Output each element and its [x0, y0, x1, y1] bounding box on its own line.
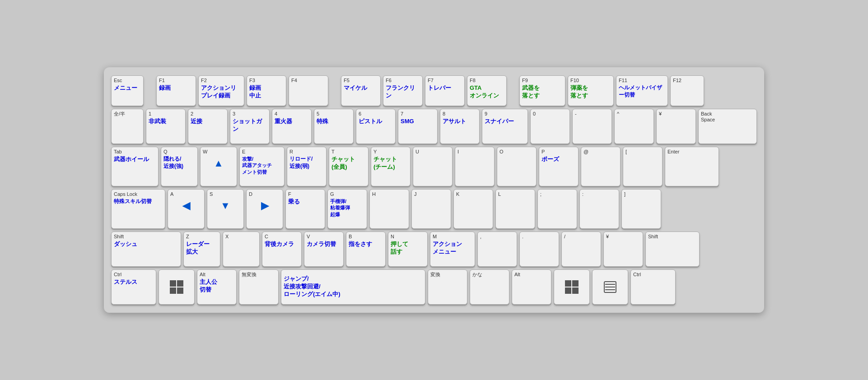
- key-f1[interactable]: F1 録画: [156, 75, 196, 106]
- svg-rect-7: [572, 287, 579, 294]
- key-r[interactable]: R リロード/近接(弱): [287, 147, 327, 186]
- key-ctrl-left[interactable]: Ctrl ステルス: [111, 269, 156, 305]
- key-e[interactable]: E 攻撃/武器アタッチメント切替: [239, 147, 285, 186]
- key-j[interactable]: J: [411, 189, 451, 229]
- key-0[interactable]: 0: [530, 109, 570, 144]
- key-f12[interactable]: F12: [670, 75, 704, 106]
- key-enter[interactable]: Enter: [665, 147, 719, 186]
- key-slash[interactable]: /: [561, 232, 601, 267]
- key-n[interactable]: N 押して話す: [388, 232, 428, 267]
- key-f2[interactable]: F2 アクションリプレイ録画: [198, 75, 244, 106]
- key-yen2[interactable]: ¥: [603, 232, 643, 267]
- key-f7[interactable]: F7 トレバー: [425, 75, 465, 106]
- key-alt-right[interactable]: Alt: [512, 269, 551, 305]
- key-bracket-left[interactable]: [: [623, 147, 663, 186]
- key-x[interactable]: X: [223, 232, 260, 267]
- key-6[interactable]: 6 ピストル: [356, 109, 396, 144]
- key-i[interactable]: I: [455, 147, 495, 186]
- key-u[interactable]: U: [413, 147, 453, 186]
- key-f6[interactable]: F6 フランクリン: [383, 75, 423, 106]
- key-f[interactable]: F 乗る: [285, 189, 325, 229]
- key-w[interactable]: W ▲: [200, 147, 237, 186]
- key-f5[interactable]: F5 マイケル: [341, 75, 381, 106]
- svg-rect-1: [177, 280, 183, 287]
- key-colon[interactable]: :: [579, 189, 619, 229]
- key-alt-left[interactable]: Alt 主人公切替: [197, 269, 237, 305]
- key-tab[interactable]: Tab 武器ホイール: [111, 147, 159, 186]
- key-a[interactable]: A ◀: [168, 189, 205, 229]
- svg-rect-5: [572, 280, 579, 287]
- key-bracket-right[interactable]: ]: [621, 189, 661, 229]
- key-p[interactable]: P ポーズ: [539, 147, 579, 186]
- svg-rect-6: [565, 287, 571, 294]
- key-semicolon[interactable]: ;: [537, 189, 577, 229]
- key-at[interactable]: @: [581, 147, 621, 186]
- key-8[interactable]: 8 アサルト: [440, 109, 480, 144]
- key-backspace[interactable]: BackSpace: [698, 109, 757, 144]
- bottom-row: Ctrl ステルス Alt 主人公切替 無変換 ジャンプ/近接攻撃回避/ローリン…: [111, 269, 757, 305]
- caps-row: Caps Lock 特殊スキル切替 A ◀ S ▼ D ▶ F 乗る G 手榴弾…: [111, 189, 757, 229]
- key-1[interactable]: 1 非武装: [146, 109, 186, 144]
- key-menu[interactable]: [592, 269, 628, 305]
- key-shift-right[interactable]: Shift: [645, 232, 700, 267]
- key-c[interactable]: C 背後カメラ: [262, 232, 302, 267]
- key-esc[interactable]: Esc メニュー: [111, 75, 144, 106]
- key-t[interactable]: T チャット(全員): [329, 147, 369, 186]
- fn-row: Esc メニュー F1 録画 F2 アクションリプレイ録画 F3 録画中止 F4…: [111, 75, 757, 106]
- svg-rect-3: [177, 287, 183, 294]
- key-f3[interactable]: F3 録画中止: [247, 75, 286, 106]
- key-f4[interactable]: F4: [289, 75, 328, 106]
- key-d[interactable]: D ▶: [246, 189, 283, 229]
- number-row: 全/半 1 非武装 2 近接 3 ショットガン 4 重火器 5 特殊 6 ピスト…: [111, 109, 757, 144]
- key-2[interactable]: 2 近接: [188, 109, 228, 144]
- key-f11[interactable]: F11 ヘルメットバイザー切替: [616, 75, 668, 106]
- key-o[interactable]: O: [497, 147, 537, 186]
- windows-icon-right: [565, 280, 579, 294]
- key-s[interactable]: S ▼: [207, 189, 244, 229]
- key-henkan[interactable]: 変換: [428, 269, 467, 305]
- key-4[interactable]: 4 重火器: [272, 109, 312, 144]
- key-5[interactable]: 5 特殊: [314, 109, 354, 144]
- key-l[interactable]: L: [495, 189, 535, 229]
- key-win-right[interactable]: [554, 269, 590, 305]
- key-m[interactable]: M アクションメニュー: [430, 232, 475, 267]
- key-minus[interactable]: -: [572, 109, 612, 144]
- shift-row: Shift ダッシュ Z レーダー拡大 X C 背後カメラ V カメラ切替 B …: [111, 232, 757, 267]
- svg-rect-2: [170, 287, 176, 294]
- key-f9[interactable]: F9 武器を落とす: [519, 75, 565, 106]
- key-shift-left[interactable]: Shift ダッシュ: [111, 232, 181, 267]
- key-zenkaku[interactable]: 全/半: [111, 109, 144, 144]
- key-h[interactable]: H: [369, 189, 409, 229]
- keyboard: Esc メニュー F1 録画 F2 アクションリプレイ録画 F3 録画中止 F4…: [104, 67, 764, 313]
- key-muhenkan[interactable]: 無変換: [239, 269, 279, 305]
- key-q[interactable]: Q 隠れる/近接(強): [161, 147, 198, 186]
- key-yen[interactable]: ¥: [656, 109, 696, 144]
- key-ctrl-right[interactable]: Ctrl: [630, 269, 676, 305]
- key-win-left[interactable]: [159, 269, 195, 305]
- menu-icon: [603, 281, 617, 293]
- key-caret[interactable]: ^: [614, 109, 654, 144]
- key-comma[interactable]: ,: [477, 232, 517, 267]
- key-f10[interactable]: F10 弾薬を落とす: [568, 75, 614, 106]
- key-z[interactable]: Z レーダー拡大: [183, 232, 220, 267]
- key-kana[interactable]: かな: [470, 269, 509, 305]
- windows-icon: [169, 280, 184, 294]
- key-7[interactable]: 7 SMG: [398, 109, 438, 144]
- key-f8[interactable]: F8 GTAオンライン: [467, 75, 507, 106]
- key-g[interactable]: G 手榴弾/粘着爆弾起爆: [327, 189, 367, 229]
- key-9[interactable]: 9 スナイパー: [482, 109, 528, 144]
- key-capslock[interactable]: Caps Lock 特殊スキル切替: [111, 189, 165, 229]
- key-3[interactable]: 3 ショットガン: [230, 109, 270, 144]
- key-k[interactable]: K: [453, 189, 493, 229]
- key-b[interactable]: B 指をさす: [346, 232, 386, 267]
- svg-rect-4: [565, 280, 571, 287]
- key-y[interactable]: Y チャット(チーム): [371, 147, 411, 186]
- key-space[interactable]: ジャンプ/近接攻撃回避/ローリング(エイム中): [281, 269, 425, 305]
- key-v[interactable]: V カメラ切替: [304, 232, 344, 267]
- svg-rect-0: [170, 280, 176, 287]
- key-period[interactable]: .: [519, 232, 559, 267]
- tab-row: Tab 武器ホイール Q 隠れる/近接(強) W ▲ E 攻撃/武器アタッチメン…: [111, 147, 757, 186]
